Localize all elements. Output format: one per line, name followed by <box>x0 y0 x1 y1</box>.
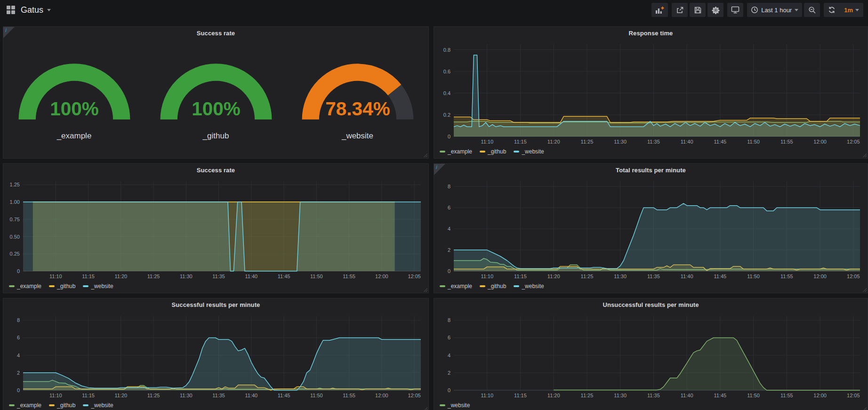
dashboard-title-text: Gatus <box>21 5 43 15</box>
chart-svg: 11:1011:1511:2011:2511:3011:3511:4011:45… <box>436 40 865 146</box>
panel-info-corner[interactable]: i <box>3 27 15 38</box>
x-tick-label: 11:45 <box>278 273 290 279</box>
x-tick-label: 11:15 <box>514 273 527 279</box>
y-tick-label: 2 <box>17 370 20 376</box>
x-tick-label: 11:40 <box>681 139 693 145</box>
legend-swatch <box>49 285 55 287</box>
legend-item-_github[interactable]: _github <box>480 148 506 155</box>
y-tick-label: 0 <box>17 387 20 393</box>
legend-item-_github[interactable]: _github <box>480 283 506 289</box>
x-tick-label: 11:40 <box>681 393 693 398</box>
x-tick-label: 11:10 <box>49 393 62 398</box>
chevron-down-icon <box>795 9 798 11</box>
panel-resize-handle[interactable] <box>423 406 427 410</box>
zoom-out-button[interactable] <box>804 3 820 17</box>
legend-item-_website[interactable]: _website <box>83 402 113 409</box>
gauge-arc: 78.34% <box>297 54 418 129</box>
legend-item-_example[interactable]: _example <box>9 283 41 289</box>
legend-label: _github <box>57 283 75 289</box>
legend-item-_website[interactable]: _website <box>514 283 544 289</box>
chevron-down-icon <box>47 9 51 11</box>
dashboard-title[interactable]: Gatus <box>21 5 51 15</box>
x-tick-label: 11:50 <box>310 273 323 279</box>
panel-title[interactable]: Success rate <box>3 164 428 177</box>
chart-legend: _example_github_website <box>9 282 113 290</box>
legend-label: _github <box>57 402 75 409</box>
x-tick-label: 11:10 <box>49 273 62 279</box>
legend-item-_github[interactable]: _github <box>49 402 75 409</box>
legend-label: _website <box>448 402 470 409</box>
legend-item-_github[interactable]: _github <box>49 283 75 289</box>
legend-swatch <box>440 151 445 153</box>
y-tick-label: 0.25 <box>10 251 20 257</box>
panel-title[interactable]: Response time <box>434 27 868 40</box>
monitor-icon <box>731 6 739 14</box>
x-tick-label: 11:55 <box>343 393 355 398</box>
panel-resize-handle[interactable] <box>862 406 867 410</box>
x-tick-label: 12:05 <box>847 139 860 145</box>
panel-title[interactable]: Success rate <box>3 27 428 40</box>
series-area-_website <box>454 203 860 271</box>
legend-label: _website <box>522 283 544 289</box>
x-tick-label: 11:25 <box>581 139 594 145</box>
legend-item-_example[interactable]: _example <box>9 402 41 409</box>
legend-item-_example[interactable]: _example <box>440 148 472 155</box>
x-tick-label: 11:40 <box>245 393 257 398</box>
y-tick-label: 4 <box>448 226 450 232</box>
x-tick-label: 11:35 <box>647 139 660 145</box>
time-range-button[interactable]: Last 1 hour <box>747 3 802 17</box>
refresh-button[interactable] <box>824 3 840 17</box>
x-tick-label: 11:45 <box>714 273 727 279</box>
legend-item-_website[interactable]: _website <box>440 402 470 409</box>
chart-svg: 11:1011:1511:2011:2511:3011:3511:4011:45… <box>5 177 426 281</box>
y-tick-label: 0.75 <box>10 217 20 222</box>
legend-item-_website[interactable]: _website <box>514 148 544 155</box>
y-tick-label: 2 <box>448 370 450 376</box>
cycle-view-button[interactable] <box>727 3 743 17</box>
legend-item-_example[interactable]: _example <box>440 283 472 289</box>
chart-svg: 11:1011:1511:2011:2511:3011:3511:4011:45… <box>436 311 865 400</box>
legend-swatch <box>83 285 88 287</box>
legend-label: _example <box>17 402 41 409</box>
y-tick-label: 6 <box>17 335 20 340</box>
x-tick-label: 11:50 <box>747 273 760 279</box>
x-tick-label: 11:20 <box>114 393 127 398</box>
unsuccessful-results-chart[interactable]: 11:1011:1511:2011:2511:3011:3511:4011:45… <box>436 311 865 400</box>
success-rate-chart[interactable]: 11:1011:1511:2011:2511:3011:3511:4011:45… <box>5 177 426 281</box>
panel-resize-handle[interactable] <box>862 153 867 157</box>
panel-resize-handle[interactable] <box>423 153 427 157</box>
response-time-chart[interactable]: 11:1011:1511:2011:2511:3011:3511:4011:45… <box>436 40 865 146</box>
x-tick-label: 11:35 <box>212 393 225 398</box>
settings-button[interactable] <box>707 3 723 17</box>
panel-resize-handle[interactable] <box>862 287 867 292</box>
panel-title[interactable]: Successful results per minute <box>3 298 428 311</box>
panel-title[interactable]: Unsuccessful results per minute <box>434 298 868 311</box>
x-tick-label: 11:30 <box>614 273 627 279</box>
successful-results-chart[interactable]: 11:1011:1511:2011:2511:3011:3511:4011:45… <box>5 311 426 400</box>
chart-legend: _example_github_website <box>440 147 544 156</box>
share-button[interactable] <box>672 3 688 17</box>
series-line-_website <box>454 55 860 127</box>
add-panel-button[interactable] <box>651 3 668 17</box>
legend-label: _example <box>448 283 472 289</box>
gauge-label: _github <box>156 131 276 141</box>
panel-title[interactable]: Total results per minute <box>434 164 868 177</box>
x-tick-label: 12:05 <box>408 273 421 279</box>
y-tick-label: 2 <box>448 247 450 253</box>
x-tick-label: 11:15 <box>514 393 527 398</box>
y-tick-label: 0 <box>448 268 450 274</box>
panel-resize-handle[interactable] <box>423 287 427 292</box>
x-tick-label: 11:45 <box>278 393 290 398</box>
x-tick-label: 11:30 <box>614 393 627 398</box>
chart-legend: _example_github_website <box>9 401 113 410</box>
x-tick-label: 12:00 <box>813 393 827 398</box>
y-tick-label: 0.50 <box>10 234 20 240</box>
panel-info-corner[interactable]: i <box>434 164 445 175</box>
save-button[interactable] <box>690 3 706 17</box>
legend-item-_website[interactable]: _website <box>83 283 113 289</box>
navbar: Gatus <box>0 0 868 20</box>
refresh-interval-button[interactable]: 1m <box>840 3 863 17</box>
x-tick-label: 11:45 <box>714 139 727 145</box>
total-results-chart[interactable]: 11:1011:1511:2011:2511:3011:3511:4011:45… <box>436 177 865 281</box>
dashboards-grid-icon[interactable] <box>7 6 15 14</box>
